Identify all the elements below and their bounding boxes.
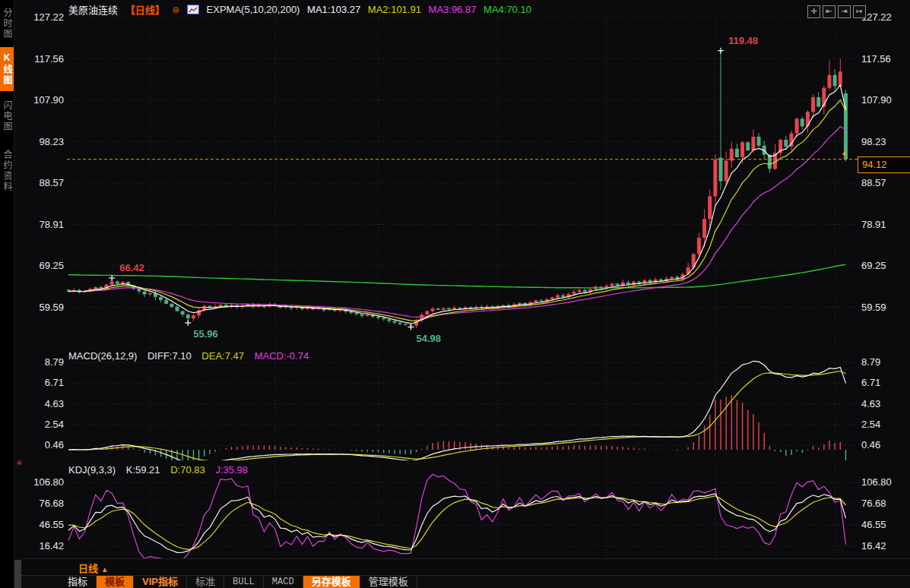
kline-app-window: 分时图 K线图 闪电图 合约资料 美原油连续 【日线】 ⊕ EXPMA(5,10… bbox=[0, 0, 910, 588]
main-axis-label-right: 88.57 bbox=[861, 177, 886, 188]
main-axis-label-right: 98.23 bbox=[861, 136, 886, 147]
kdj-axis-label-left: 16.42 bbox=[23, 540, 64, 552]
macd-diff-value: DIFF:7.10 bbox=[147, 350, 192, 362]
macd-axis-label-left: 4.63 bbox=[23, 398, 64, 409]
price-up-arrow-icon: ▲ bbox=[841, 149, 848, 156]
macd-axis-label-right: 0.46 bbox=[861, 439, 880, 450]
period-tag[interactable]: 【日线】 bbox=[125, 5, 165, 16]
expand-icon[interactable]: ⊕ bbox=[172, 5, 179, 15]
toolbar-button-管理模板[interactable]: 管理模板 bbox=[360, 576, 417, 588]
date-axis-row: 日线 ▲ bbox=[21, 559, 910, 575]
ma1-value: MA1:103.27 bbox=[307, 4, 360, 15]
kdj-axis-label-right: 76.68 bbox=[861, 498, 886, 509]
macd-axis-label-right: 8.79 bbox=[861, 356, 880, 368]
toolbar-button-模板[interactable]: 模板 bbox=[97, 576, 134, 588]
period-selector-label: 日线 bbox=[78, 563, 98, 574]
move-crosshair-icon[interactable]: ✛ bbox=[807, 5, 820, 18]
indicator-marker-icon[interactable]: ✳ bbox=[16, 459, 22, 467]
period-selector[interactable]: 日线 ▲ bbox=[78, 561, 109, 575]
macd-axis-label-right: 4.63 bbox=[861, 398, 880, 409]
chart-toolbar-icons: ✛⇤⇥↦ bbox=[805, 3, 866, 18]
exit-chart-icon[interactable]: ↦ bbox=[853, 5, 866, 18]
main-axis-label-right: 69.25 bbox=[861, 260, 886, 271]
instrument-title: 美原油连续 bbox=[68, 5, 118, 16]
macd-axis-label-left: 0.46 bbox=[23, 439, 64, 450]
macd-name[interactable]: MACD(26,12,9) bbox=[68, 350, 137, 362]
main-axis-label-left: 88.57 bbox=[23, 177, 64, 188]
kdj-axis-label-right: 106.80 bbox=[861, 476, 892, 488]
toolbar-button-BULL[interactable]: BULL bbox=[224, 576, 264, 588]
period-selector-arrow-icon: ▲ bbox=[101, 565, 109, 574]
main-axis-label-left: 78.91 bbox=[23, 219, 64, 230]
price-annotation: 55.96 bbox=[193, 328, 218, 340]
macd-hist-value: MACD:-0.74 bbox=[255, 350, 309, 362]
toolbar-button-MACD[interactable]: MACD bbox=[264, 576, 303, 588]
toolbar-button-标准[interactable]: 标准 bbox=[187, 576, 224, 588]
price-annotation: 66.42 bbox=[119, 262, 144, 273]
macd-header: MACD(26,12,9) DIFF:7.10 DEA:7.47 MACD:-0… bbox=[68, 350, 316, 362]
range-left-icon[interactable]: ⇤ bbox=[823, 5, 835, 18]
price-annotation: 54.98 bbox=[416, 333, 441, 344]
last-price-box: 94.12 bbox=[858, 156, 910, 173]
range-right-icon[interactable]: ⇥ bbox=[838, 5, 851, 18]
macd-axis-label-left: 8.79 bbox=[23, 356, 64, 368]
main-axis-label-right: 59.59 bbox=[861, 302, 886, 313]
main-axis-label-left: 98.23 bbox=[23, 136, 64, 147]
macd-dea-value: DEA:7.47 bbox=[201, 350, 244, 362]
macd-axis-label-right: 6.71 bbox=[861, 377, 880, 388]
toolbar-button-另存模板[interactable]: 另存模板 bbox=[303, 576, 360, 588]
chart-type-sidebar: 分时图 K线图 闪电图 合约资料 bbox=[0, 0, 14, 588]
main-axis-label-left: 117.56 bbox=[23, 53, 64, 65]
ma4-value: MA4:70.10 bbox=[484, 4, 531, 15]
ma2-value: MA2:101.91 bbox=[368, 4, 421, 15]
kdj-axis-label-left: 106.80 bbox=[23, 476, 64, 488]
price-annotation: 119.48 bbox=[728, 35, 758, 46]
macd-axis-label-right: 2.54 bbox=[861, 419, 880, 430]
macd-axis-label-left: 6.71 bbox=[23, 377, 64, 388]
kdj-d-value: D:70.83 bbox=[170, 464, 205, 476]
kdj-axis-label-right: 46.55 bbox=[861, 519, 886, 530]
chart-icon bbox=[187, 5, 199, 14]
main-axis-label-left: 127.22 bbox=[23, 11, 64, 23]
kdj-k-value: K:59.21 bbox=[126, 464, 160, 476]
chart-header: 美原油连续 【日线】 ⊕ EXPMA(5,10,20,200) MA1:103.… bbox=[68, 2, 536, 16]
kdj-j-value: J:35.98 bbox=[215, 464, 248, 476]
kdj-axis-label-left: 46.55 bbox=[23, 519, 64, 530]
main-axis-label-left: 59.59 bbox=[23, 302, 64, 313]
main-axis-label-left: 69.25 bbox=[23, 260, 64, 271]
sidebar-tab-lightning[interactable]: 闪电图 bbox=[0, 94, 14, 138]
ma3-value: MA3:96.87 bbox=[429, 4, 477, 15]
toolbar-button-VIP指标[interactable]: VIP指标 bbox=[134, 576, 187, 588]
macd-axis-label-left: 2.54 bbox=[23, 419, 64, 430]
chart-overlay: 66.4255.9654.98119.48127.22127.22117.561… bbox=[0, 0, 910, 588]
kdj-header: KDJ(9,3,3) K:59.21 D:70.83 J:35.98 bbox=[68, 464, 255, 476]
main-axis-label-left: 107.90 bbox=[23, 94, 64, 106]
main-axis-label-right: 78.91 bbox=[861, 219, 886, 230]
main-axis-label-right: 107.90 bbox=[861, 94, 892, 106]
bottom-toolbar: 指标模板VIP指标标准BULLMACD另存模板管理模板 bbox=[21, 575, 910, 588]
sidebar-tab-kline[interactable]: K线图 bbox=[0, 47, 14, 91]
kdj-axis-label-left: 76.68 bbox=[23, 498, 64, 509]
sidebar-tab-contract-info[interactable]: 合约资料 bbox=[0, 141, 14, 201]
sidebar-tab-timeline[interactable]: 分时图 bbox=[0, 3, 14, 44]
kdj-name[interactable]: KDJ(9,3,3) bbox=[68, 464, 116, 476]
main-axis-label-right: 117.56 bbox=[861, 53, 891, 65]
toolbar-button-指标[interactable]: 指标 bbox=[59, 576, 97, 588]
indicator-name[interactable]: EXPMA(5,10,20,200) bbox=[207, 4, 300, 15]
kdj-axis-label-right: 16.42 bbox=[861, 540, 886, 552]
